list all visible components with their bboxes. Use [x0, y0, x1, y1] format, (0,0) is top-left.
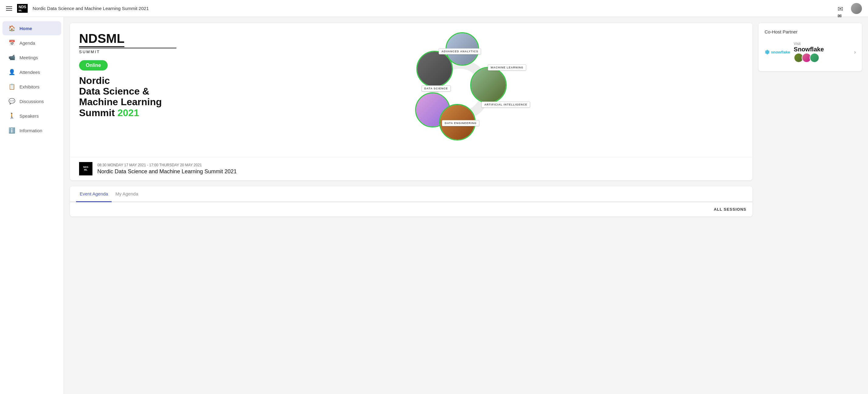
calendar-icon: 📅: [8, 39, 15, 46]
main-content: NDSML SUMMIT Online Nordic Data Science …: [70, 23, 752, 388]
hero-title-line4: Summit: [79, 107, 115, 118]
grid-icon: 📋: [8, 83, 15, 90]
photo-circle-3: [470, 67, 507, 103]
sidebar-item-meetings[interactable]: 📹 Meetings: [2, 51, 61, 64]
chevron-right-icon: ›: [854, 49, 856, 55]
hero-card: NDSML SUMMIT Online Nordic Data Science …: [70, 23, 752, 180]
tab-event-agenda[interactable]: Event Agenda: [76, 186, 112, 202]
label-machine-learning: MACHINE LEARNING: [488, 64, 526, 70]
content-area: NDSML SUMMIT Online Nordic Data Science …: [64, 17, 868, 394]
sidebar-item-attendees[interactable]: 👤 Attendees: [2, 65, 61, 79]
header-logo: NDS ML: [17, 4, 28, 13]
co-host-card: Co-Host Partner ❄ snowflake Visit Snowfl…: [758, 23, 862, 71]
hero-title-line2: Data Science &: [79, 86, 149, 97]
user-avatar[interactable]: [851, 3, 862, 14]
circle-diagram: ADVANCED ANALYTICS MACHINE LEARNING DATA…: [396, 32, 524, 148]
mail-button[interactable]: ✉: [838, 5, 846, 12]
event-info-logo: NDSML: [79, 162, 92, 175]
snowflake-logo: ❄ snowflake: [765, 48, 790, 56]
avatar-image: [851, 3, 862, 14]
photo-circle-2: [416, 51, 453, 87]
sidebar-label-meetings: Meetings: [20, 55, 38, 60]
event-info-details: 08:30 MONDAY 17 MAY 2021 - 17:00 THURSDA…: [97, 163, 237, 175]
partner-avatars: [794, 53, 824, 63]
sidebar-item-information[interactable]: ℹ️ Information: [2, 124, 61, 137]
event-info-row: NDSML 08:30 MONDAY 17 MAY 2021 - 17:00 T…: [70, 157, 752, 180]
sidebar-label-information: Information: [20, 128, 42, 133]
speaker-icon: 🚶: [8, 112, 15, 119]
label-artificial-intelligence: ARTIFICIAL INTELLIGENCE: [482, 102, 530, 108]
logo-text-ndsml: NDSML: [79, 31, 124, 45]
partner-avatar-3: [810, 53, 819, 63]
snowflake-icon: ❄: [765, 48, 770, 56]
hero-left: NDSML SUMMIT Online Nordic Data Science …: [79, 32, 177, 148]
main-layout: 🏠 Home 📅 Agenda 📹 Meetings 👤 Attendees 📋…: [0, 17, 868, 394]
home-icon: 🏠: [8, 25, 15, 32]
partner-item-snowflake[interactable]: ❄ snowflake Visit Snowflake: [765, 39, 856, 65]
sidebar-label-home: Home: [20, 26, 32, 31]
agenda-content: ALL SESSIONS: [70, 202, 752, 217]
sidebar: 🏠 Home 📅 Agenda 📹 Meetings 👤 Attendees 📋…: [0, 17, 64, 394]
agenda-card: Event Agenda My Agenda ALL SESSIONS: [70, 186, 752, 217]
hero-visual: ADVANCED ANALYTICS MACHINE LEARNING DATA…: [177, 32, 743, 148]
person-icon: 👤: [8, 69, 15, 75]
video-icon: 📹: [8, 54, 15, 61]
hero-title-year: 2021: [117, 107, 139, 118]
sidebar-label-exhibitors: Exhibitors: [20, 84, 39, 89]
tab-my-agenda[interactable]: My Agenda: [112, 186, 142, 202]
label-data-engineering: DATA ENGINEERING: [442, 120, 479, 126]
right-panel: Co-Host Partner ❄ snowflake Visit Snowfl…: [758, 23, 862, 388]
sidebar-item-home[interactable]: 🏠 Home: [2, 21, 61, 35]
event-logo: NDSML SUMMIT: [79, 32, 177, 54]
partner-info: Visit Snowflake: [794, 42, 824, 63]
agenda-tabs: Event Agenda My Agenda: [70, 186, 752, 202]
header-title: Nordic Data Science and Machine Learning…: [33, 6, 149, 11]
sidebar-item-agenda[interactable]: 📅 Agenda: [2, 36, 61, 50]
online-badge: Online: [79, 60, 108, 70]
event-date: 08:30 MONDAY 17 MAY 2021 - 17:00 THURSDA…: [97, 163, 237, 167]
partner-name: Snowflake: [794, 46, 824, 53]
menu-button[interactable]: [6, 6, 12, 11]
hero-title-line1: Nordic: [79, 75, 110, 86]
partner-left: ❄ snowflake Visit Snowflake: [765, 42, 824, 63]
hero-title: Nordic Data Science & Machine Learning S…: [79, 75, 177, 118]
partner-visit-label: Visit: [794, 42, 824, 46]
label-advanced-analytics: ADVANCED ANALYTICS: [439, 48, 481, 55]
co-host-title: Co-Host Partner: [765, 29, 856, 34]
hero-title-line3: Machine Learning: [79, 96, 162, 107]
sidebar-label-speakers: Speakers: [20, 113, 39, 119]
sidebar-label-discussions: Discussions: [20, 99, 44, 104]
sidebar-label-agenda: Agenda: [20, 40, 35, 45]
event-name: Nordic Data Science and Machine Learning…: [97, 168, 237, 175]
chat-icon: 💬: [8, 98, 15, 105]
snowflake-brand-text: snowflake: [771, 50, 790, 55]
header: NDS ML Nordic Data Science and Machine L…: [0, 0, 868, 17]
header-right-actions: ✉: [838, 3, 862, 14]
sidebar-item-discussions[interactable]: 💬 Discussions: [2, 94, 61, 108]
sidebar-label-attendees: Attendees: [20, 70, 40, 75]
all-sessions-label: ALL SESSIONS: [76, 207, 746, 211]
sidebar-item-speakers[interactable]: 🚶 Speakers: [2, 109, 61, 123]
info-icon: ℹ️: [8, 127, 15, 134]
label-data-science: DATA SCIENCE: [422, 86, 451, 92]
sidebar-item-exhibitors[interactable]: 📋 Exhibitors: [2, 80, 61, 94]
logo-text-summit: SUMMIT: [79, 48, 177, 54]
